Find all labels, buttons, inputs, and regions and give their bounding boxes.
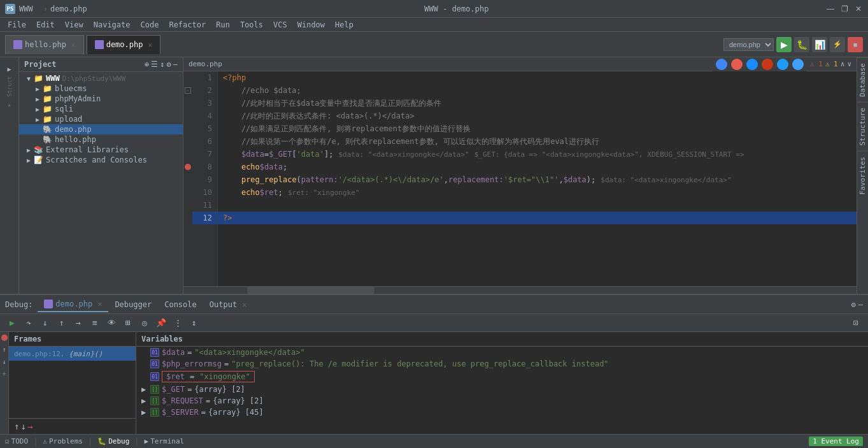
debug-run-button[interactable]: 🐛 (794, 37, 809, 52)
tree-item-external-libraries[interactable]: ▶ 📚 External Libraries (19, 145, 183, 155)
menu-run[interactable]: Run (211, 19, 235, 31)
maximize-button[interactable]: ❐ (840, 4, 849, 13)
minimize-button[interactable]: — (826, 4, 835, 13)
project-icon-add[interactable]: ⊕ (145, 60, 149, 69)
tree-item-sqli[interactable]: ▶ 📁 sqli (19, 104, 183, 114)
tree-item-bluecms[interactable]: ▶ 📁 bluecms (19, 83, 183, 94)
debug-title: Debug: (5, 300, 32, 309)
debug-tab-debugger[interactable]: Debugger (108, 298, 158, 312)
menu-code[interactable]: Code (136, 19, 164, 31)
debug-add-btn[interactable]: + (2, 370, 6, 377)
debug-step-out-btn[interactable]: ↑ (55, 316, 69, 330)
frame-ctrl-down[interactable]: ↓ (20, 421, 25, 431)
output-close[interactable]: ✕ (242, 300, 246, 309)
run-button[interactable]: ▶ (776, 37, 792, 52)
sidebar-icon-fav[interactable]: ★ (2, 97, 17, 112)
menu-navigate[interactable]: Navigate (89, 19, 136, 31)
status-todo[interactable]: ☑ TODO (5, 437, 28, 445)
menu-tools[interactable]: Tools (235, 19, 268, 31)
event-log-button[interactable]: 1 Event Log (809, 437, 863, 446)
status-debug[interactable]: 🐛 Debug (97, 437, 129, 445)
tree-root-www[interactable]: ▼ 📁 WWW D:\phpStudy\WWW (19, 73, 183, 83)
debug-pin-btn[interactable]: 📌 (154, 316, 168, 330)
stop-button[interactable]: ■ (848, 37, 863, 52)
status-problems[interactable]: ⚠ Problems (43, 437, 83, 445)
code-line-3: //此时相当于在$data变量中查找是否满足正则匹配的条件 (218, 97, 857, 110)
tab-hello-php[interactable]: hello.php ✕ (5, 35, 84, 54)
app-logo: PS (5, 4, 15, 14)
right-tab-structure[interactable]: Structure (857, 102, 868, 151)
debug-eval-btn[interactable]: ≡ (88, 316, 102, 330)
nav-up[interactable]: ∧ (841, 60, 845, 68)
project-icon-minimize[interactable]: — (173, 60, 178, 69)
chrome-icon[interactable] (716, 59, 727, 70)
project-icon-sort[interactable]: ↕ (160, 60, 164, 69)
frame-controls: ↑ ↓ → (9, 418, 136, 434)
debug-run-cursor-btn[interactable]: → (71, 316, 85, 330)
debug-minimize-icon[interactable]: — (858, 300, 863, 309)
run-config-select[interactable]: demo.php (723, 38, 774, 51)
fold-indicator-2[interactable]: − (185, 87, 191, 94)
debug-sort-btn[interactable]: ↕ (187, 316, 201, 330)
var-icon-server: [] (150, 408, 159, 417)
right-tab-database[interactable]: Database (857, 57, 868, 102)
debug-watch-btn[interactable]: 👁 (104, 316, 118, 330)
tree-item-scratches[interactable]: ▶ 📝 Scratches and Consoles (19, 155, 183, 165)
project-icon-settings[interactable]: ⚙ (167, 60, 171, 69)
sidebar-icon-structure[interactable]: Struct (2, 79, 17, 94)
coverage-button[interactable]: 📊 (812, 37, 827, 52)
frame-ctrl-right[interactable]: → (27, 421, 32, 431)
editor-scrollbar[interactable] (183, 286, 857, 294)
debug-step-into-btn[interactable]: ↓ (38, 316, 52, 330)
tab-demo-php[interactable]: demo.php ✕ (87, 35, 160, 54)
debug-settings2-btn[interactable]: ⋮ (171, 316, 185, 330)
debug-locate-btn[interactable]: ◎ (138, 316, 152, 330)
tree-item-hello-php[interactable]: 🐘 hello.php (19, 134, 183, 145)
menu-view[interactable]: View (60, 19, 89, 31)
tree-item-phpmyadmin[interactable]: ▶ 📁 phpMyAdmin (19, 94, 183, 104)
debug-nav-up[interactable]: ↑ (2, 346, 6, 353)
debug-nav-down[interactable]: ↓ (2, 358, 6, 365)
debug-resume-btn[interactable]: ▶ (5, 316, 19, 330)
opera-icon[interactable] (762, 59, 773, 70)
menu-help[interactable]: Help (330, 19, 359, 31)
tree-item-demo-php[interactable]: 🐘 demo.php (19, 124, 183, 134)
menu-refactor[interactable]: Refactor (164, 19, 211, 31)
window-title: WWW - demo.php (87, 4, 826, 13)
debug-tab-output[interactable]: Output ✕ (203, 298, 253, 312)
tab-hello-close[interactable]: ✕ (71, 41, 76, 49)
status-terminal[interactable]: ▶ Terminal (145, 437, 185, 445)
breakpoint-8[interactable] (185, 164, 191, 170)
edge-icon[interactable] (792, 59, 804, 70)
menu-window[interactable]: Window (292, 19, 330, 31)
firefox-icon[interactable] (731, 59, 743, 70)
php-file-icon (13, 40, 22, 49)
frame-item-main[interactable]: demo.php:12, {main}() (9, 347, 136, 361)
tab-demo-close[interactable]: ✕ (148, 41, 152, 49)
right-tab-favorites[interactable]: Favorites (857, 151, 868, 200)
ie-icon[interactable] (746, 59, 758, 70)
debug-tab-console[interactable]: Console (158, 298, 203, 312)
menu-file[interactable]: File (3, 19, 31, 31)
close-button[interactable]: ✕ (854, 4, 863, 13)
code-editor[interactable]: <?php //echo $data; //此时相当于在$data变量中查找是否… (218, 71, 857, 286)
code-line-7: $data=$_GET['data']; $data: "<data>xingo… (218, 148, 857, 161)
tree-item-upload[interactable]: ▶ 📁 upload (19, 114, 183, 124)
debug-frames-btn[interactable]: ⊞ (121, 316, 135, 330)
debug-file-close[interactable]: ✕ (97, 300, 102, 308)
output-label: Output (210, 300, 237, 309)
profile-button[interactable]: ⚡ (830, 37, 845, 52)
debug-layout-btn[interactable]: ⊡ (849, 316, 863, 330)
menu-edit[interactable]: Edit (31, 19, 60, 31)
debug-tab-file[interactable]: demo.php ✕ (38, 297, 108, 312)
nav-down[interactable]: ∨ (847, 60, 851, 68)
project-icon-list[interactable]: ☰ (151, 60, 158, 69)
frame-ctrl-up[interactable]: ↑ (14, 421, 19, 431)
safari-icon[interactable] (777, 59, 788, 70)
debug-step-over-btn[interactable]: ↷ (22, 316, 36, 330)
sidebar-icon-1[interactable]: ▶ (2, 61, 17, 76)
menu-vcs[interactable]: VCS (268, 19, 292, 31)
debug-stop-btn[interactable] (1, 335, 8, 341)
debug-settings-icon[interactable]: ⚙ (851, 300, 856, 309)
code-line-12: ?> (218, 212, 857, 224)
